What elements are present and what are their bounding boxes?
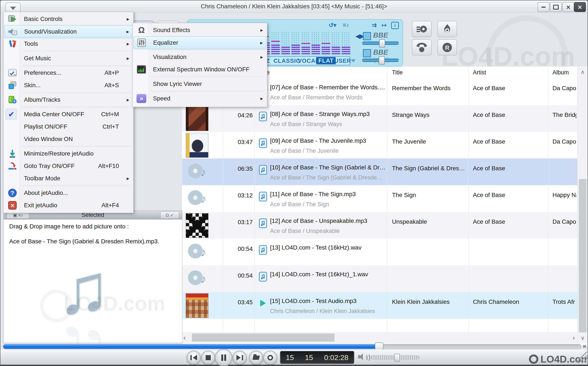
playlist-row-10-selected[interactable]: ♪ 06:35 [10] Ace of Base - The Sign (Gab… xyxy=(182,159,577,185)
menu-item-preferences[interactable]: Preferences... Alt+P xyxy=(4,67,133,79)
submenu-item-speed[interactable]: » Speed▸ xyxy=(133,92,266,105)
seek-bar[interactable] xyxy=(3,344,581,349)
playlist-note-icon[interactable]: ≡♪ xyxy=(343,22,349,28)
spectrum-column xyxy=(271,32,280,54)
column-header-artist[interactable]: Artist xyxy=(473,69,486,76)
preset-dropdown-icon[interactable] xyxy=(351,59,356,62)
track-album: The Bridge xyxy=(552,112,576,118)
title-bar[interactable]: Chris Chameleon / Klein Klein Jakkalsies… xyxy=(0,0,588,13)
playlist-row-12[interactable]: ♪ 03:17 [12] Ace of Base - Unspeakable.m… xyxy=(182,212,577,239)
preset-vocal[interactable]: VOCAL xyxy=(298,58,319,64)
minimize-button[interactable] xyxy=(538,2,549,12)
horizontal-scrollbar[interactable]: ‹ › xyxy=(182,332,577,343)
listen-check-button[interactable]: Ω ✓ xyxy=(160,212,179,219)
preset-user[interactable]: USER xyxy=(334,58,351,64)
scroll-right-icon[interactable]: › xyxy=(572,334,575,342)
horizontal-scroll-thumb[interactable] xyxy=(192,334,334,342)
menu-item-tools[interactable]: Tools▸ xyxy=(4,38,133,50)
stop-button[interactable] xyxy=(201,351,215,365)
record-button[interactable]: R xyxy=(437,39,457,55)
playlist-row-11[interactable]: ♪ 03:12 [11] Ace of Base - The Sign.mp3 … xyxy=(182,185,577,212)
dragdrop-hint: Drag & Drop image here to add picture on… xyxy=(9,223,129,230)
svg-text:♪: ♪ xyxy=(200,245,207,259)
bbe-viva-checkbox[interactable] xyxy=(363,49,371,57)
playlist-row-09[interactable]: ♪ 03:47 [09] Ace of Base - The Juvenile.… xyxy=(182,132,577,159)
menu-item-basic-controls[interactable]: Basic Controls▸ xyxy=(4,13,133,25)
burn-button[interactable] xyxy=(437,21,457,37)
submenu-item-equalizer[interactable]: Equalizer▸ xyxy=(133,36,266,49)
menu-item-sound-visualization[interactable]: ✓ Sound/Visualization▸ xyxy=(4,25,133,38)
menu-separator xyxy=(22,146,132,147)
bbe-viva-slider-handle[interactable] xyxy=(379,56,385,65)
exit-button[interactable]: × xyxy=(574,2,586,12)
vertical-scrollbar[interactable]: ∧ ∨ xyxy=(577,67,588,343)
close-button[interactable]: × xyxy=(562,2,574,12)
track-album: Da Capo xyxy=(552,138,576,145)
shuffle-icon[interactable]: ⇉ xyxy=(372,22,377,29)
album-art: ♪ xyxy=(186,160,208,184)
headphones-icon: Ω xyxy=(136,25,147,36)
convert-button[interactable] xyxy=(412,39,432,55)
skip-icon[interactable]: ↦ xyxy=(382,22,387,29)
sound-effects-button[interactable] xyxy=(412,21,432,37)
main-context-menu: Basic Controls▸ ✓ Sound/Visualization▸ T… xyxy=(3,12,134,213)
track-time: 00:54 xyxy=(223,272,253,279)
track-album: Trots Afr xyxy=(552,298,576,305)
column-header-title[interactable]: Title xyxy=(392,69,403,76)
checked-indicator: ✔ xyxy=(6,109,17,120)
svg-text:?: ? xyxy=(11,190,14,196)
close-icon: × xyxy=(566,3,571,11)
maximize-button[interactable] xyxy=(550,2,562,12)
track-artist: Chris Chameleon xyxy=(473,298,546,305)
playlist-row-13[interactable]: ♪ 00:54 [13] LO4D.com - Test (16kHz).wav xyxy=(182,239,577,265)
repeat-icon[interactable]: ↺▾ xyxy=(329,22,336,29)
next-button[interactable] xyxy=(233,351,247,365)
column-header-album[interactable]: Album xyxy=(552,69,569,76)
menu-item-media-center[interactable]: ✔ Media Center ON/OFF Ctrl+M xyxy=(4,108,133,121)
preset-flat[interactable]: FLAT xyxy=(316,57,336,64)
menu-item-album-tracks[interactable]: Album/Tracks▸ xyxy=(4,94,133,106)
menu-separator xyxy=(22,51,132,51)
vertical-scroll-thumb[interactable] xyxy=(579,179,587,332)
goto-tray-icon xyxy=(7,160,18,172)
menu-item-toolbar-mode[interactable]: Toolbar Mode▸ xyxy=(4,172,133,185)
playlist-row-15-playing[interactable]: ♪ 03:45 [15] LO4D.com - Test Audio.mp3 C… xyxy=(182,292,577,319)
submenu-item-visualization[interactable]: Visualization▸ xyxy=(133,51,266,63)
submenu-item-sound-effects[interactable]: Ω Sound Effects▸ xyxy=(133,24,266,36)
audio-file-icon xyxy=(259,245,267,256)
submenu-item-show-lyric-viewer[interactable]: Show Lyric Viewer xyxy=(133,78,266,90)
info-icon[interactable]: i xyxy=(391,22,399,29)
menu-item-playlist[interactable]: Playlist ON/OFF Ctrl+T xyxy=(4,121,133,133)
menu-item-about[interactable]: ? About jetAudio... xyxy=(4,187,133,199)
menu-item-exit[interactable]: × Exit jetAudio Alt+F4 xyxy=(4,199,133,212)
pause-button[interactable] xyxy=(215,349,232,366)
bbe-slider-handle[interactable] xyxy=(379,39,385,47)
menu-item-skin[interactable]: Skin... Alt+S xyxy=(4,79,133,92)
track-title: The Juvenile xyxy=(392,138,468,145)
playlist-row-08[interactable]: ♪ 04:26 [08] Ace of Base - Strange Ways.… xyxy=(182,105,577,132)
open-file-button[interactable] xyxy=(249,351,263,365)
menu-item-minimize-restore[interactable]: Minimize/Restore jetAudio xyxy=(4,147,133,160)
playlist-row-14[interactable]: ♪ 00:54 [14] LO4D.com - Test (16kHz)_1.w… xyxy=(182,265,577,292)
bbe-checkbox[interactable] xyxy=(363,32,371,40)
scroll-left-icon[interactable]: ‹ xyxy=(183,334,186,342)
volume-slider[interactable] xyxy=(371,356,419,359)
track-subtitle: Ace of Base / Strange Ways xyxy=(270,121,386,128)
display-track-total: 15 xyxy=(305,353,313,362)
scroll-down-icon[interactable]: ∨ xyxy=(578,335,588,341)
preset-classic[interactable]: CLASSIC xyxy=(273,58,300,64)
track-name: [14] LO4D.com - Test (16kHz)_1.wav xyxy=(270,271,386,278)
disc-button[interactable] xyxy=(263,351,277,365)
submenu-item-external-spectrum[interactable]: External Spectrum Window ON/OFF xyxy=(133,63,266,76)
minimize-arrow-icon xyxy=(7,148,18,159)
selected-file-name: Ace of Base - The Sign (Gabriel & Dresde… xyxy=(9,238,159,245)
volume-handle[interactable] xyxy=(394,354,400,361)
bbe-viva-slider[interactable] xyxy=(362,59,399,62)
previous-button[interactable] xyxy=(187,351,201,365)
bbe-slider[interactable] xyxy=(362,41,399,45)
track-name: [15] LO4D.com - Test Audio.mp3 xyxy=(270,298,386,305)
menu-item-get-music[interactable]: Get Music▸ xyxy=(4,52,133,65)
menu-item-goto-tray[interactable]: Goto Tray ON/OFF Alt+F10 xyxy=(4,160,133,172)
menu-item-video-window[interactable]: Video Window ON xyxy=(4,133,133,145)
scroll-up-icon[interactable]: ∧ xyxy=(578,69,588,76)
